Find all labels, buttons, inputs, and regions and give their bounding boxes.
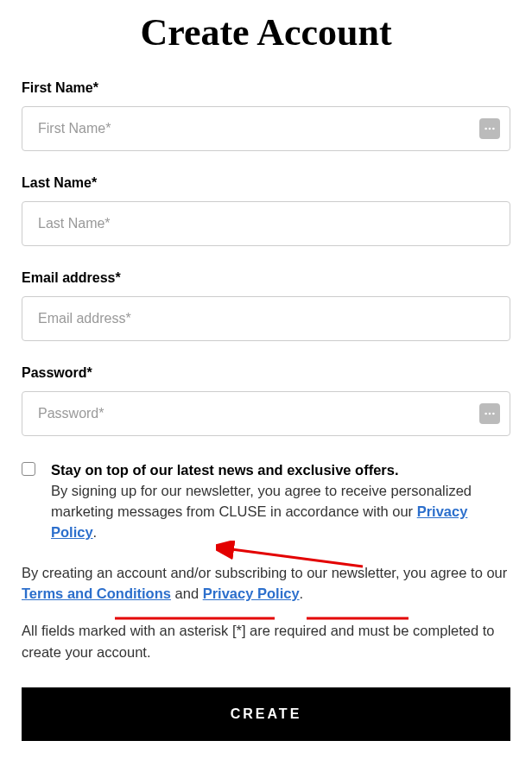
- password-label: Password*: [22, 365, 510, 381]
- create-button[interactable]: CREATE: [22, 687, 510, 741]
- last-name-label: Last Name*: [22, 175, 510, 191]
- first-name-group: First Name*: [22, 80, 510, 151]
- svg-point-5: [492, 413, 495, 415]
- password-input[interactable]: [22, 391, 510, 436]
- first-name-label: First Name*: [22, 80, 510, 96]
- ellipsis-icon: [479, 403, 500, 424]
- last-name-group: Last Name*: [22, 175, 510, 246]
- svg-point-2: [492, 128, 495, 130]
- newsletter-before: By signing up for our newsletter, you ag…: [51, 483, 472, 519]
- disclaimer-after: .: [300, 586, 304, 601]
- ellipsis-icon: [479, 118, 500, 139]
- required-note: All fields marked with an asterisk [*] a…: [22, 620, 510, 663]
- newsletter-after: .: [93, 524, 98, 540]
- newsletter-text: Stay on top of our latest news and exclu…: [51, 460, 510, 543]
- svg-point-0: [484, 128, 487, 130]
- email-label: Email address*: [22, 270, 510, 286]
- first-name-input[interactable]: [22, 106, 510, 151]
- newsletter-checkbox[interactable]: [22, 462, 35, 476]
- privacy-policy-link-2[interactable]: Privacy Policy: [203, 586, 300, 601]
- password-group: Password*: [22, 365, 510, 436]
- email-input[interactable]: [22, 296, 510, 341]
- last-name-input[interactable]: [22, 201, 510, 246]
- terms-disclaimer: By creating an account and/or subscribin…: [22, 562, 510, 605]
- disclaimer-before: By creating an account and/or subscribin…: [22, 565, 507, 580]
- newsletter-group: Stay on top of our latest news and exclu…: [22, 460, 510, 543]
- email-group: Email address*: [22, 270, 510, 341]
- svg-point-4: [489, 413, 491, 415]
- disclaimer-middle: and: [171, 586, 203, 601]
- terms-conditions-link[interactable]: Terms and Conditions: [22, 586, 171, 601]
- svg-point-3: [484, 413, 487, 415]
- page-title: Create Account: [22, 10, 510, 54]
- svg-point-1: [489, 128, 491, 130]
- newsletter-bold: Stay on top of our latest news and exclu…: [51, 462, 399, 478]
